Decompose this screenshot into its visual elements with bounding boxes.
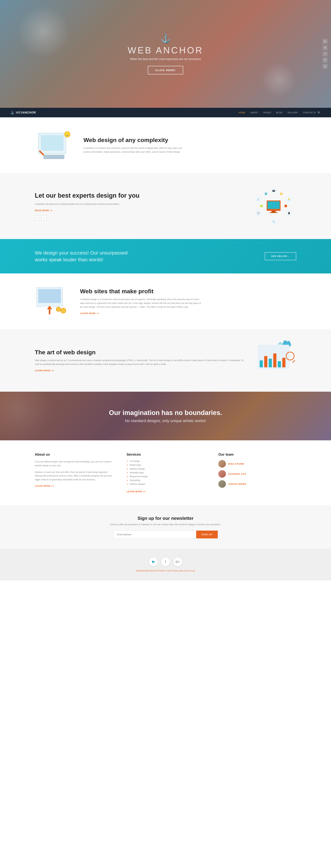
footer-facebook-icon[interactable]: f <box>161 558 170 566</box>
twitter-icon[interactable]: ✦ <box>323 45 328 50</box>
linkedin-icon[interactable]: in <box>323 64 328 69</box>
team-member-2: SUZANNA FOX <box>218 470 296 478</box>
check-icon: ✔ <box>127 471 128 474</box>
service-item: ✔Mobile Apps <box>127 464 205 466</box>
svg-text:🛒: 🛒 <box>257 198 260 200</box>
svg-rect-4 <box>270 212 277 213</box>
section-webdesign: 💡 Web design of any complexity A website… <box>0 117 331 173</box>
footer-brand: WEB ANCHOR <box>136 570 149 572</box>
social-icons-row: 🐦 f G+ <box>149 558 182 566</box>
nav-logo[interactable]: ⚓ WEB ANCHOR <box>10 111 36 115</box>
footer-team-col: Our team DINA STORM SUZANNA FOX JOHAN FE… <box>218 453 296 493</box>
svg-point-20 <box>260 205 263 207</box>
nav-link-pages[interactable]: PAGES <box>263 112 271 114</box>
nav-link-blog[interactable]: BLOG <box>276 112 282 114</box>
nav-link-contacts[interactable]: CONTACTS <box>303 112 316 114</box>
check-icon: ✔ <box>127 483 128 485</box>
experts-read-more[interactable]: READ MORE >> <box>35 209 53 212</box>
team-name-1: DINA STORM <box>228 463 244 465</box>
hero-title: WEB ANCHOR <box>128 45 203 56</box>
tech-circle-svg: 📷 💡 📱 🔧 💬 🛒 <box>251 185 296 227</box>
footer-copyright-text: DESIGN STUDIO © 2016 Privacy policy Term… <box>150 570 195 572</box>
experts-left: Let our best experts design for you A we… <box>35 192 241 220</box>
service-item: ✔Lifetime Updates <box>127 483 205 485</box>
anchor-icon: ⚓ <box>160 34 171 43</box>
parallax-title: Our imagination has no boundaries. <box>109 409 222 416</box>
section-newsletter: Sign up for our newsletter Email us with… <box>0 505 331 549</box>
footer-about-learn-more[interactable]: LEARN MORE >> <box>35 485 54 487</box>
newsletter-desc: Email us with any questions or inquiries… <box>110 523 221 526</box>
google-plus-icon[interactable]: G+ <box>323 39 328 44</box>
nav-link-about[interactable]: ABOUT <box>250 112 259 114</box>
art-learn-more[interactable]: LEARN MORE >> <box>35 369 54 372</box>
team-avatar-3 <box>218 480 226 488</box>
footer-services-col: Services ✔UX Design ✔Mobile Apps ✔Interf… <box>127 453 205 493</box>
check-icon: ✔ <box>127 479 128 482</box>
hero-cta-button[interactable]: CLICK HERE! <box>148 66 183 74</box>
banner-teal-text: We design your success! Our unsurpassed … <box>35 249 130 263</box>
section-profit: Web sites that make profit A website des… <box>0 274 331 329</box>
check-icon: ✔ <box>127 464 128 466</box>
see-below-button[interactable]: SEE BELOW... <box>265 252 296 260</box>
art-illustration: ⚙ <box>254 341 296 379</box>
hero-section: G+ ✦ f P in ⚓ WEB ANCHOR When the best a… <box>0 0 331 108</box>
service-item: ✔UX Design <box>127 460 205 462</box>
webdesign-text: Web design of any complexity A website i… <box>84 136 188 154</box>
section-social: 🐦 f G+ WEB ANCHOR DESIGN STUDIO © 2016 P… <box>0 549 331 581</box>
team-name-3: JOHAN FERRO <box>228 483 246 485</box>
next-arrow[interactable]: > <box>41 215 46 220</box>
experts-nav-arrows: < > <box>35 215 241 220</box>
banner-teal: We design your success! Our unsurpassed … <box>0 239 331 274</box>
svg-point-18 <box>265 192 267 195</box>
services-list: ✔UX Design ✔Mobile Apps ✔Interface Desig… <box>127 460 205 485</box>
team-avatar-2 <box>218 470 226 478</box>
team-name-2: SUZANNA FOX <box>228 473 246 475</box>
parallax-subtitle: No standard designs, only unique artisti… <box>125 418 206 423</box>
footer-about-text1: If you are skilled enough, have enough t… <box>35 460 113 467</box>
footer-info-section: About us If you are skilled enough, have… <box>0 440 331 505</box>
svg-rect-3 <box>272 211 276 212</box>
service-item: ✔Wearable Apps <box>127 471 205 474</box>
footer-team-title: Our team <box>218 453 296 457</box>
svg-text:🔧: 🔧 <box>272 220 275 223</box>
footer-about-title: About us <box>35 453 113 457</box>
navbar: ⚓ WEB ANCHOR HOME ABOUT PAGES BLOG GALLE… <box>0 108 331 117</box>
section-experts: Let our best experts design for you A we… <box>0 173 331 239</box>
newsletter-form: SIGN UP <box>113 531 218 538</box>
experts-title: Let our best experts design for you <box>35 192 241 199</box>
footer-googleplus-icon[interactable]: G+ <box>173 558 182 566</box>
check-icon: ✔ <box>127 460 128 462</box>
profit-learn-more[interactable]: LEARN MORE >> <box>80 312 99 315</box>
service-item: ✔Storytelling <box>127 479 205 482</box>
footer-about-col: About us If you are skilled enough, have… <box>35 453 113 493</box>
nav-link-home[interactable]: HOME <box>239 112 246 114</box>
search-icon[interactable]: 🔍 <box>318 111 321 114</box>
svg-text:📷: 📷 <box>272 189 275 192</box>
svg-point-17 <box>280 192 283 195</box>
service-item: ✔Interface Design <box>127 468 205 470</box>
footer-copyright: WEB ANCHOR DESIGN STUDIO © 2016 Privacy … <box>136 570 195 572</box>
nav-link-gallery[interactable]: GALLERY <box>288 112 298 114</box>
footer-twitter-icon[interactable]: 🐦 <box>149 558 158 566</box>
team-member-3: JOHAN FERRO <box>218 480 296 488</box>
profit-text: Web sites that make profit A website des… <box>80 288 202 315</box>
nav-links: HOME ABOUT PAGES BLOG GALLERY CONTACTS <box>239 112 316 114</box>
nav-anchor-icon: ⚓ <box>10 111 14 115</box>
profit-desc: A website design is a broad term that in… <box>80 298 202 309</box>
svg-text:📱: 📱 <box>288 212 290 214</box>
newsletter-signup-button[interactable]: SIGN UP <box>196 531 218 538</box>
newsletter-title: Sign up for our newsletter <box>138 516 193 521</box>
prev-arrow[interactable]: < <box>35 215 40 220</box>
nav-logo-anchor: ANCHOR <box>23 111 36 114</box>
experts-desc: A website has become an indispensable to… <box>35 202 241 206</box>
section-art: The art of web design Web design is perf… <box>0 329 331 392</box>
art-title: The art of web design <box>35 349 244 356</box>
facebook-icon[interactable]: f <box>323 52 328 56</box>
pinterest-icon[interactable]: P <box>323 58 328 63</box>
footer-services-learn-more[interactable]: LEARN MORE >> <box>127 490 146 493</box>
svg-point-19 <box>284 205 287 207</box>
footer-about-text2: However, to save your time and effort, t… <box>35 470 113 482</box>
newsletter-email-input[interactable] <box>113 531 197 538</box>
art-desc: Web design is performed by an IT profess… <box>35 359 244 366</box>
hero-subtitle: When the best and the most expensive are… <box>130 58 201 61</box>
